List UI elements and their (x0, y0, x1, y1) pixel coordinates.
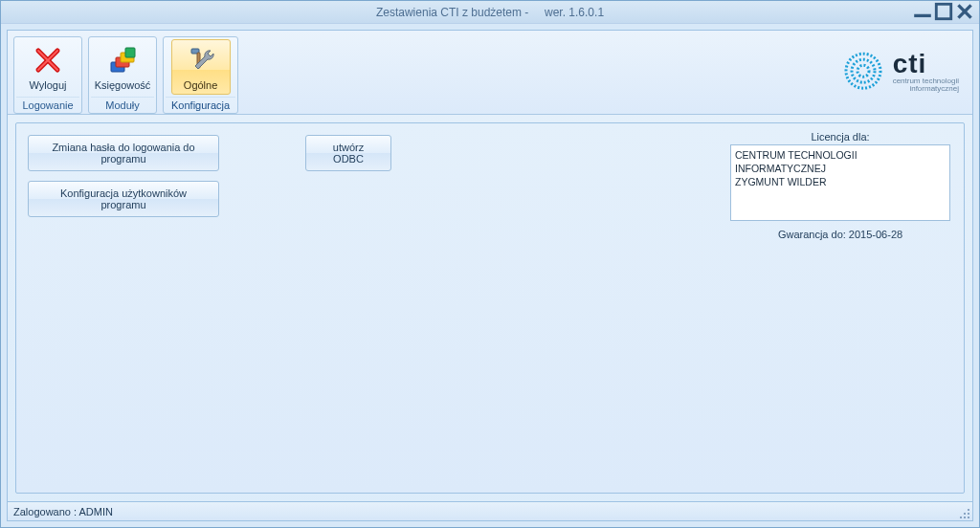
statusbar: Zalogowano : ADMIN (8, 501, 972, 520)
ribbon-group-moduly: Księgowość Moduły (88, 36, 157, 114)
svg-point-15 (852, 59, 875, 82)
general-label: Ogólne (184, 79, 217, 91)
close-button[interactable] (954, 3, 975, 20)
ribbon: Wyloguj Logowanie (8, 31, 972, 115)
window-version: wer. 1.6.0.1 (545, 6, 604, 19)
configure-users-button[interactable]: Konfiguracja użytkowników programu (28, 181, 219, 217)
x-icon (33, 45, 63, 76)
ribbon-group-logowanie: Wyloguj Logowanie (13, 36, 82, 114)
change-password-button[interactable]: Zmiana hasła do logowania do programu (28, 135, 219, 171)
ribbon-group-konfiguracja: Ogólne Konfiguracja (163, 36, 238, 114)
globe-icon (843, 51, 883, 94)
content-wrap: Zmiana hasła do logowania do programu ut… (8, 115, 972, 501)
resize-grip-icon[interactable] (957, 506, 970, 519)
logout-button[interactable]: Wyloguj (18, 39, 78, 95)
svg-rect-11 (125, 48, 135, 57)
logo-text: cti (893, 51, 959, 77)
license-text: CENTRUM TECHNOLOGII INFORMATYCZNEJ ZYGMU… (730, 144, 950, 221)
general-button[interactable]: Ogólne (171, 39, 231, 95)
main-window: Zestawienia CTI z budżetem - wer. 1.6.0.… (0, 0, 980, 528)
accounting-label: Księgowość (95, 79, 151, 91)
logout-label: Wyloguj (29, 79, 66, 91)
content-panel: Zmiana hasła do logowania do programu ut… (15, 122, 965, 494)
minimize-button[interactable] (912, 3, 933, 20)
license-block: Licencja dla: CENTRUM TECHNOLOGII INFORM… (730, 131, 950, 240)
logo-subtitle: centrum technologiiinformatycznej (893, 77, 959, 95)
license-label: Licencja dla: (730, 131, 950, 143)
warranty-text: Gwarancja do: 2015-06-28 (730, 229, 950, 240)
svg-point-17 (968, 509, 969, 511)
svg-point-22 (968, 517, 969, 518)
accounting-button[interactable]: Księgowość (93, 39, 152, 95)
window-title: Zestawienia CTI z budżetem - wer. 1.6.0.… (376, 6, 604, 19)
brand-logo: cti centrum technologiiinformatycznej (843, 51, 959, 95)
ribbon-group-title-konfiguracja: Konfiguracja (166, 97, 235, 112)
ribbon-group-title-logowanie: Logowanie (16, 97, 79, 112)
window-title-main: Zestawienia CTI z budżetem - (376, 6, 528, 19)
svg-rect-1 (936, 4, 950, 18)
create-odbc-button[interactable]: utwórz ODBC (305, 135, 391, 171)
svg-point-19 (968, 513, 969, 515)
svg-point-20 (960, 517, 962, 518)
ribbon-group-title-moduly: Moduły (91, 97, 154, 112)
tools-icon (186, 45, 216, 76)
maximize-button[interactable] (933, 3, 954, 20)
titlebar: Zestawienia CTI z budżetem - wer. 1.6.0.… (1, 1, 979, 24)
status-logged-as: Zalogowano : ADMIN (13, 506, 113, 517)
svg-point-18 (964, 513, 966, 515)
stack-icon (107, 45, 138, 76)
svg-point-16 (858, 65, 869, 77)
inner-frame: Wyloguj Logowanie (7, 30, 973, 521)
svg-point-21 (964, 517, 966, 518)
